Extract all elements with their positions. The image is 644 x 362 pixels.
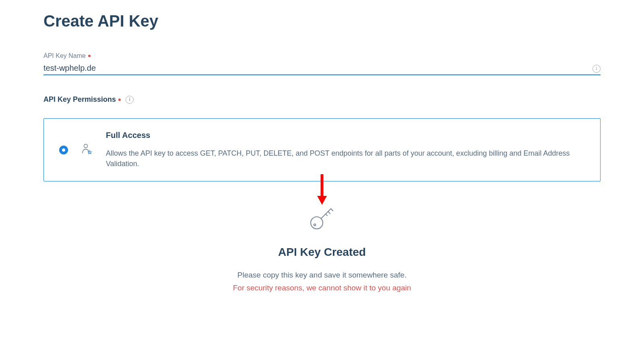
permission-option-full-access[interactable]: Full Access Allows the API key to access… <box>43 118 601 181</box>
api-key-name-input[interactable] <box>43 62 601 75</box>
svg-line-7 <box>328 212 330 214</box>
radio-button[interactable] <box>59 146 68 154</box>
key-created-title: API Key Created <box>43 246 601 259</box>
permission-title: Full Access <box>106 131 585 140</box>
key-icon <box>43 204 601 232</box>
svg-line-6 <box>331 209 333 211</box>
info-icon[interactable]: i <box>126 96 134 104</box>
api-key-name-label-text: API Key Name <box>43 52 86 60</box>
key-created-subtitle: Please copy this key and save it somewhe… <box>43 271 601 280</box>
svg-point-4 <box>314 224 316 226</box>
api-key-permissions-label-text: API Key Permissions <box>43 95 116 104</box>
key-created-section: API Key Created Please copy this key and… <box>43 204 601 292</box>
svg-line-8 <box>326 214 327 216</box>
required-indicator <box>88 55 91 57</box>
page-title: Create API Key <box>43 12 601 30</box>
arrow-annotation <box>43 174 601 206</box>
permission-description: Allows the API key to access GET, PATCH,… <box>106 148 585 169</box>
svg-point-0 <box>84 144 88 148</box>
required-indicator <box>118 99 121 101</box>
info-icon[interactable]: i <box>592 65 601 73</box>
api-key-permissions-label: API Key Permissions i <box>43 95 601 104</box>
api-key-name-label: API Key Name <box>43 52 601 60</box>
key-created-warning: For security reasons, we cannot show it … <box>43 284 601 292</box>
person-star-icon <box>81 143 93 157</box>
